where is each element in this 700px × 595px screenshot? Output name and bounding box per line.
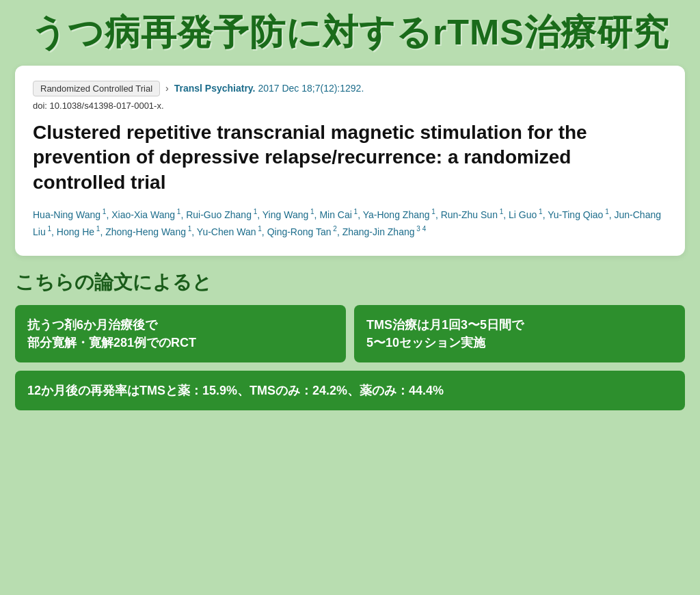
journal-info: Transl Psychiatry. 2017 Dec 18;7(12):129… <box>174 83 364 94</box>
author-sup: 1 <box>308 208 314 215</box>
section-heading: こちらの論文によると <box>15 269 685 295</box>
journal-name: Transl Psychiatry. <box>174 83 256 94</box>
author-name: Zhong-Heng Wang <box>105 226 186 237</box>
author-name: Zhang-Jin Zhang <box>342 226 415 237</box>
author-name: Run-Zhu Sun <box>441 209 498 220</box>
info-box-1: 抗うつ剤6か月治療後で 部分寛解・寛解281例でのRCT <box>15 305 346 362</box>
author-name: Min Cai <box>319 209 351 220</box>
author-sup: 1 <box>100 208 106 215</box>
author-sup: 1 <box>94 225 100 233</box>
author-sup: 1 <box>46 225 51 233</box>
page-wrapper: うつ病再発予防に対するrTMS治療研究 Randomized Controlle… <box>0 0 700 595</box>
author-sup: 1 <box>256 225 262 233</box>
author-sup: 1 <box>430 208 435 215</box>
author-name: Ya-Hong Zhang <box>363 209 430 220</box>
info-boxes-row: 抗うつ剤6か月治療後で 部分寛解・寛解281例でのRCT TMS治療は月1回3〜… <box>15 305 685 362</box>
author-sup: 1 <box>498 208 503 215</box>
author-sup: 1 <box>537 208 542 215</box>
author-name: Yu-Ting Qiao <box>548 209 603 220</box>
author-name: Li Guo <box>509 209 537 220</box>
author-sup: 1 <box>603 208 608 215</box>
rct-badge: Randomized Controlled Trial <box>33 81 160 96</box>
author-name: Qing-Rong Tan <box>267 226 332 237</box>
badge-row: Randomized Controlled Trial › Transl Psy… <box>33 81 667 96</box>
arrow-icon: › <box>165 83 169 94</box>
article-card: Randomized Controlled Trial › Transl Psy… <box>15 66 685 256</box>
authors-section: Hua-Ning Wang 1, Xiao-Xia Wang 1, Rui-Gu… <box>33 206 667 241</box>
info-box-2: TMS治療は月1回3〜5日間で 5〜10セッション実施 <box>354 305 685 362</box>
author-name: Hua-Ning Wang <box>33 209 100 220</box>
author-sup: 2 <box>332 225 337 233</box>
author-sup: 1 <box>252 208 257 215</box>
author-name: Yu-Chen Wan <box>197 226 256 237</box>
author-name: Hong He <box>57 226 94 237</box>
info-box-3: 12か月後の再発率はTMSと薬：15.9%、TMSのみ：24.2%、薬のみ：44… <box>15 371 685 410</box>
doi-text: doi: 10.1038/s41398-017-0001-x. <box>33 101 667 111</box>
article-title: Clustered repetitive transcranial magnet… <box>33 120 667 195</box>
journal-details: 2017 Dec 18;7(12):1292. <box>256 83 364 94</box>
author-sup: 3 4 <box>415 225 427 233</box>
page-title: うつ病再発予防に対するrTMS治療研究 <box>15 12 685 53</box>
author-name: Ying Wang <box>262 209 308 220</box>
author-name: Xiao-Xia Wang <box>111 209 175 220</box>
author-sup: 1 <box>352 208 358 215</box>
author-sup: 1 <box>186 225 191 233</box>
author-name: Rui-Guo Zhang <box>186 209 252 220</box>
author-sup: 1 <box>175 208 180 215</box>
